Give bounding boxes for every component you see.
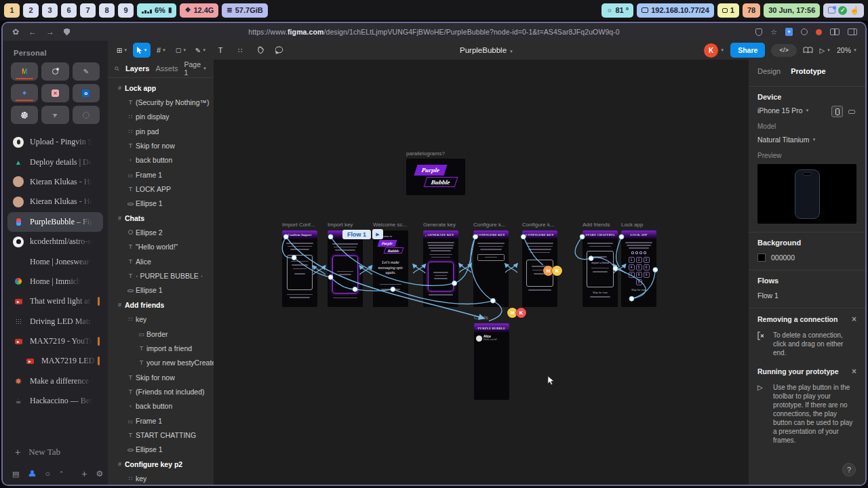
sidebar-tab[interactable]: Kieran Klukas - Hom: [7, 172, 103, 192]
design-frame-import-key[interactable]: [328, 230, 363, 307]
share-button[interactable]: Share: [730, 43, 765, 58]
flow-start-badge[interactable]: Flow 1 ▶: [342, 229, 383, 239]
split-view-icon[interactable]: [830, 28, 840, 35]
layer-row[interactable]: TLOCK APP: [108, 182, 214, 196]
layer-row[interactable]: TSkip for now: [108, 370, 214, 384]
frame-label[interactable]: Welcome sc...: [373, 222, 407, 228]
pinned-tab-spark[interactable]: ✦: [11, 84, 38, 102]
pinned-tab-mail-x[interactable]: ✕: [41, 84, 68, 102]
portrait-orientation-button[interactable]: [831, 106, 843, 117]
tab-design[interactable]: Design: [757, 67, 781, 75]
sidebar-tab[interactable]: Home | Immich: [7, 272, 103, 291]
layer-row[interactable]: ‹back button: [108, 153, 214, 167]
present-button[interactable]: ▷▼: [819, 47, 831, 54]
frame-label[interactable]: Import key: [328, 222, 353, 228]
sidebar-tab[interactable]: Driving LED Matrice: [7, 312, 103, 331]
close-icon[interactable]: ×: [852, 367, 856, 376]
layer-row[interactable]: Timport a friend: [108, 341, 214, 355]
user-avatar[interactable]: K: [704, 43, 718, 58]
workspace-button-9[interactable]: 9: [118, 3, 134, 18]
layer-row[interactable]: ∷pin display: [108, 110, 214, 124]
forward-button[interactable]: →: [46, 27, 54, 37]
current-user[interactable]: K ▼: [704, 43, 724, 58]
design-frame-welcome[interactable]: Welcome toPurpleBubbleLet's make messagi…: [373, 230, 408, 307]
background-color-row[interactable]: 000000: [757, 253, 856, 262]
design-frame-generate[interactable]: ‹GENERATE KEY: [423, 230, 458, 307]
profile-icon[interactable]: 👤︎: [28, 469, 36, 479]
zoom-menu[interactable]: 20%▼: [837, 46, 857, 54]
search-icon[interactable]: [115, 65, 119, 73]
page-selector[interactable]: Page 1▼: [184, 60, 207, 77]
container-icon[interactable]: ○: [45, 469, 50, 479]
sidebar-tab[interactable]: ▶That weird light at th: [7, 291, 103, 311]
sidebar-tab[interactable]: Kieran Klukas - Hom: [7, 192, 103, 211]
layer-row[interactable]: ∷key: [108, 312, 214, 327]
extension-icon[interactable]: [801, 28, 808, 35]
shield-icon[interactable]: [755, 28, 762, 36]
design-frame-chats[interactable]: · PURPLE BUBBLE ·AliceHello world!: [474, 323, 509, 400]
layer-row[interactable]: |||Frame 1: [108, 167, 214, 182]
pinned-tab-sphere[interactable]: [11, 106, 38, 124]
help-button[interactable]: ?: [842, 463, 856, 476]
dev-mode-toggle[interactable]: </>: [771, 44, 797, 57]
tracking-shield-icon[interactable]: [64, 28, 70, 36]
pinned-tab-feather[interactable]: ✎: [73, 62, 100, 81]
record-icon[interactable]: [816, 29, 822, 35]
pinned-tab-gmail[interactable]: M: [11, 62, 38, 81]
flow-item[interactable]: Flow 1: [757, 291, 856, 300]
sidebar-tab[interactable]: ☕︎Hackaccino — Beta: [7, 391, 103, 411]
archive-icon[interactable]: ▤: [12, 470, 19, 479]
layer-row[interactable]: TSkip for now: [108, 138, 214, 152]
workspace-button-1[interactable]: 1: [4, 3, 20, 18]
landscape-orientation-button[interactable]: [846, 106, 857, 117]
sidebar-tab[interactable]: Home | Joneswear S: [7, 251, 103, 271]
pinned-tab-outlook[interactable]: o: [73, 84, 100, 102]
frame-label[interactable]: Configure k...: [522, 222, 555, 228]
back-button[interactable]: ←: [28, 27, 37, 37]
layer-row[interactable]: ▭Border: [108, 327, 214, 341]
layer-row[interactable]: #Configure key p2: [108, 457, 214, 471]
layer-row[interactable]: Ellipse 1: [108, 283, 214, 298]
frame-label[interactable]: Import Conf...: [282, 222, 315, 228]
system-tray[interactable]: ✓ ☝: [823, 3, 864, 18]
workspace-button-2[interactable]: 2: [23, 3, 39, 18]
layer-row[interactable]: Ellipse 1: [108, 197, 214, 211]
pinned-tab-app-circle[interactable]: [41, 62, 68, 81]
workspace-button-8[interactable]: 8: [99, 3, 115, 18]
layer-row[interactable]: #Add friends: [108, 298, 214, 312]
layer-row[interactable]: ∷key: [108, 471, 214, 485]
sidebar-tab[interactable]: ❋Make a difference w: [7, 371, 103, 391]
model-select[interactable]: Natural Titanium▼: [757, 136, 856, 144]
sidebar-tab[interactable]: PurpleBubble – Figma: [7, 212, 103, 232]
tab-assets[interactable]: Assets: [156, 64, 178, 73]
design-frame-configure[interactable]: CONFIGURE KEY: [473, 230, 509, 307]
layer-row[interactable]: T(Security by Nothing™): [108, 95, 214, 109]
layer-row[interactable]: |||Frame 1: [108, 413, 214, 428]
layer-row[interactable]: T· PURPLE BUBBLE ·: [108, 268, 214, 283]
new-tab-button[interactable]: + New Tab: [3, 447, 108, 458]
address-bar[interactable]: https://www.figma.com/design/1chELtLjmpV…: [3, 28, 865, 36]
collapse-icon[interactable]: ⌃: [59, 470, 64, 477]
frame-label[interactable]: Chats: [474, 314, 488, 321]
layer-row[interactable]: ‹back button: [108, 399, 214, 413]
layer-row[interactable]: Ellipse 1: [108, 443, 214, 457]
sidebar-tab[interactable]: Upload - Pingvin Sha: [7, 132, 103, 152]
close-icon[interactable]: ×: [852, 314, 856, 324]
layer-row[interactable]: TAlice: [108, 254, 214, 268]
settings-gear-icon[interactable]: ⚙: [96, 469, 103, 479]
workspace-button-7[interactable]: 7: [80, 3, 96, 18]
layer-row[interactable]: Ellipse 2: [108, 225, 214, 239]
save-tab-icon[interactable]: ▾: [785, 28, 793, 36]
workspace-button-6[interactable]: 6: [61, 3, 77, 18]
flow-play-icon[interactable]: ▶: [372, 229, 383, 239]
frame-label[interactable]: Lock app: [621, 222, 643, 228]
sidebar-tab[interactable]: ▶MAX7219 LED mu: [19, 351, 103, 371]
logo-frame[interactable]: Purple Bubble: [406, 159, 465, 195]
design-frame-lock[interactable]: LOCK APP1234567890Skip for now: [621, 230, 656, 307]
layer-row[interactable]: #Chats: [108, 211, 214, 225]
pinned-tab-bird[interactable]: ➤: [41, 106, 68, 124]
canvas[interactable]: parallelograms? Purple Bubble Import Con…: [214, 60, 749, 485]
layer-row[interactable]: ∷pin pad: [108, 124, 214, 138]
design-frame-import-confirm[interactable]: Confirm Import: [282, 230, 317, 307]
color-swatch[interactable]: [757, 253, 766, 262]
